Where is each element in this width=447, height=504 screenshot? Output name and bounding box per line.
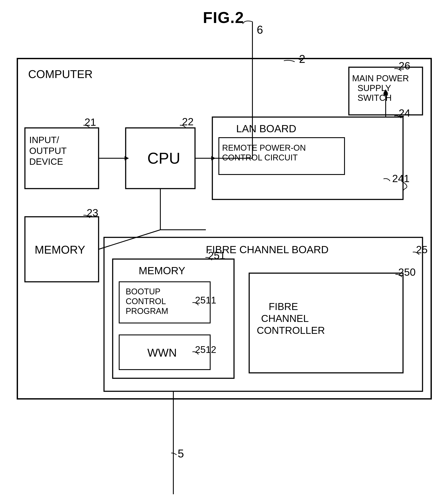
svg-text:MEMORY: MEMORY xyxy=(35,243,85,256)
svg-text:CONTROL CIRCUIT: CONTROL CIRCUIT xyxy=(222,153,298,162)
svg-text:PROGRAM: PROGRAM xyxy=(126,306,168,316)
svg-text:COMPUTER: COMPUTER xyxy=(28,68,93,80)
svg-text:LAN BOARD: LAN BOARD xyxy=(236,123,296,134)
svg-text:CONTROLLER: CONTROLLER xyxy=(257,325,325,336)
svg-text:2511: 2511 xyxy=(195,295,216,306)
diagram-container: FIG.2 6 2 COMPUTER INPUT/ OUTPUT DEVICE … xyxy=(0,0,447,504)
svg-text:5: 5 xyxy=(178,447,184,460)
svg-text:21: 21 xyxy=(85,116,96,128)
svg-text:WWN: WWN xyxy=(147,346,177,359)
svg-text:OUTPUT: OUTPUT xyxy=(29,146,67,156)
svg-text:2512: 2512 xyxy=(195,344,216,355)
svg-text:REMOTE POWER-ON: REMOTE POWER-ON xyxy=(222,143,306,152)
svg-text:CHANNEL: CHANNEL xyxy=(261,313,309,324)
svg-text:251: 251 xyxy=(208,250,225,261)
svg-text:CPU: CPU xyxy=(147,150,180,167)
svg-text:DEVICE: DEVICE xyxy=(29,157,63,167)
svg-text:MAIN POWER: MAIN POWER xyxy=(352,73,409,83)
svg-rect-45 xyxy=(113,259,234,378)
svg-text:CONTROL: CONTROL xyxy=(126,297,166,306)
svg-text:MEMORY: MEMORY xyxy=(139,265,185,276)
svg-text:FIBRE: FIBRE xyxy=(269,301,298,312)
svg-text:BOOTUP: BOOTUP xyxy=(126,287,160,296)
svg-rect-3 xyxy=(17,58,431,399)
svg-text:6: 6 xyxy=(257,23,263,36)
svg-line-40 xyxy=(99,230,160,249)
svg-text:241: 241 xyxy=(392,173,410,184)
svg-text:INPUT/: INPUT/ xyxy=(29,135,59,145)
svg-text:26: 26 xyxy=(399,60,410,72)
svg-marker-15 xyxy=(125,156,129,161)
